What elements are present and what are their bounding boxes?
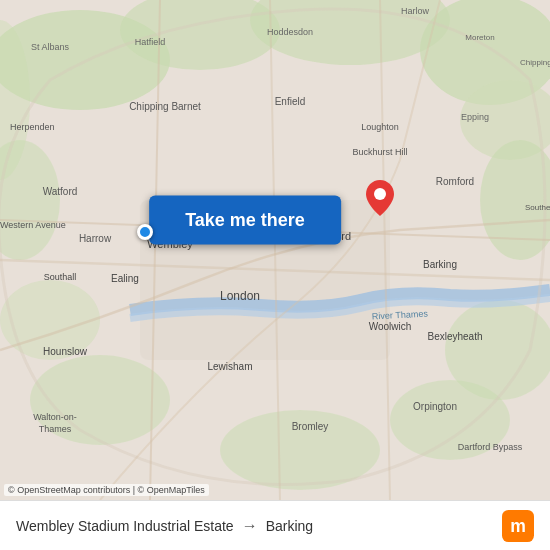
svg-text:Woolwich: Woolwich	[369, 321, 412, 332]
moovit-logo: m	[502, 510, 534, 542]
svg-text:Barking: Barking	[423, 259, 457, 270]
svg-text:Bexleyheath: Bexleyheath	[427, 331, 482, 342]
svg-text:Lewisham: Lewisham	[207, 361, 252, 372]
route-info: Wembley Stadium Industrial Estate → Bark…	[16, 517, 313, 535]
svg-text:m: m	[510, 516, 526, 536]
svg-text:Chipping On...: Chipping On...	[520, 58, 550, 67]
svg-text:Chipping Barnet: Chipping Barnet	[129, 101, 201, 112]
destination-label: Barking	[266, 518, 313, 534]
svg-text:Hoddesdon: Hoddesdon	[267, 27, 313, 37]
origin-label: Wembley Stadium Industrial Estate	[16, 518, 234, 534]
svg-text:Western Avenue: Western Avenue	[0, 220, 66, 230]
svg-text:Orpington: Orpington	[413, 401, 457, 412]
svg-text:Enfield: Enfield	[275, 96, 306, 107]
svg-text:Bromley: Bromley	[292, 421, 329, 432]
svg-text:Moreton: Moreton	[465, 33, 494, 42]
map-svg: Hatfield Hoddesdon Harlow Moreton Chippi…	[0, 0, 550, 500]
origin-pin	[137, 224, 153, 240]
svg-text:Loughton: Loughton	[361, 122, 399, 132]
svg-text:Thames: Thames	[39, 424, 72, 434]
svg-text:London: London	[220, 289, 260, 303]
svg-text:Buckhurst Hill: Buckhurst Hill	[352, 147, 407, 157]
svg-text:Harlow: Harlow	[401, 6, 430, 16]
take-me-there-button[interactable]: Take me there	[149, 196, 341, 245]
svg-text:Harrow: Harrow	[79, 233, 112, 244]
svg-text:Dartford Bypass: Dartford Bypass	[458, 442, 523, 452]
svg-text:Epping: Epping	[461, 112, 489, 122]
arrow-icon: →	[242, 517, 258, 535]
destination-pin	[366, 180, 394, 220]
moovit-logo-svg: m	[502, 510, 534, 542]
svg-text:Hatfield: Hatfield	[135, 37, 166, 47]
svg-text:Southend: Southend	[525, 203, 550, 212]
svg-text:Hounslow: Hounslow	[43, 346, 88, 357]
svg-text:Romford: Romford	[436, 176, 474, 187]
bottom-bar: Wembley Stadium Industrial Estate → Bark…	[0, 500, 550, 550]
svg-text:Ealing: Ealing	[111, 273, 139, 284]
svg-text:Herpenden: Herpenden	[10, 122, 55, 132]
map-container: Hatfield Hoddesdon Harlow Moreton Chippi…	[0, 0, 550, 500]
svg-text:Watford: Watford	[43, 186, 78, 197]
svg-text:St Albans: St Albans	[31, 42, 70, 52]
svg-text:Walton-on-: Walton-on-	[33, 412, 77, 422]
svg-point-53	[374, 188, 386, 200]
map-attribution: © OpenStreetMap contributors | © OpenMap…	[4, 484, 209, 496]
svg-text:Southall: Southall	[44, 272, 77, 282]
